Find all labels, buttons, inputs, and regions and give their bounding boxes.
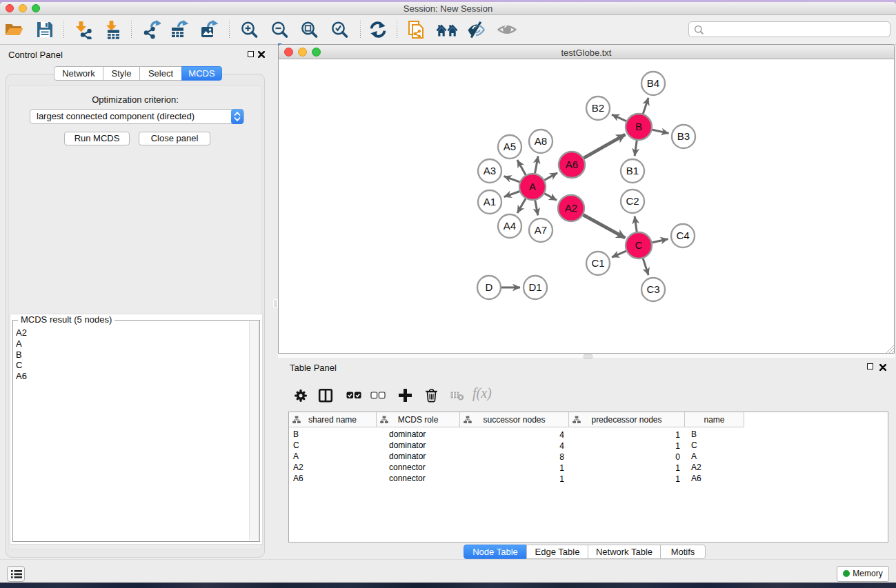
svg-text:A4: A4 [504,220,516,232]
svg-text:C3: C3 [646,283,659,295]
svg-text:A2: A2 [565,202,577,214]
svg-text:A6: A6 [566,159,578,170]
svg-text:D: D [486,281,493,293]
svg-text:C1: C1 [591,257,604,269]
svg-text:B3: B3 [677,130,690,142]
svg-text:A3: A3 [484,165,496,176]
svg-text:B: B [635,121,642,132]
svg-text:A8: A8 [535,135,547,147]
svg-text:A: A [529,181,536,192]
svg-text:A5: A5 [504,141,516,152]
svg-text:A1: A1 [484,196,496,207]
svg-text:B4: B4 [647,77,659,89]
svg-text:A7: A7 [535,224,547,236]
svg-text:C: C [635,239,643,251]
svg-text:B2: B2 [592,102,604,114]
svg-text:C2: C2 [626,195,639,207]
svg-text:D1: D1 [528,281,541,293]
svg-text:C4: C4 [676,230,689,241]
svg-text:B1: B1 [626,165,639,176]
